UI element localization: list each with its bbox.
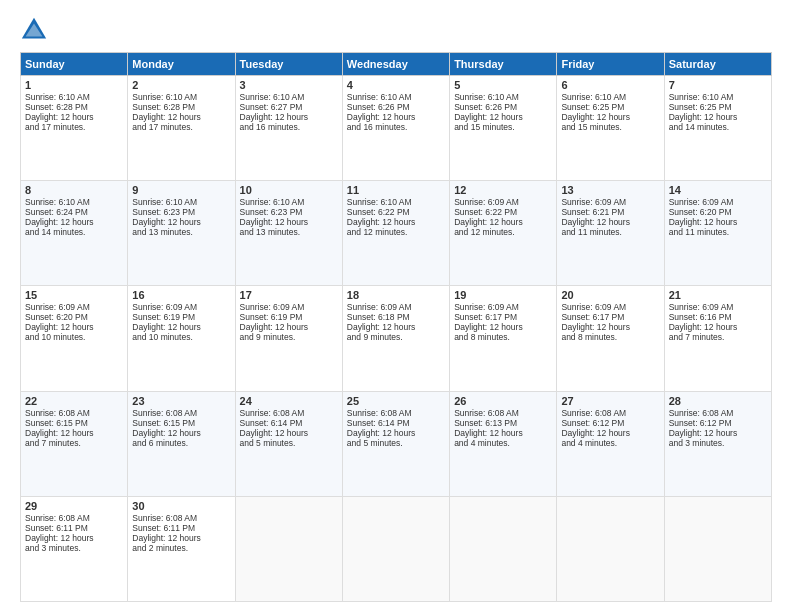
day-info: Daylight: 12 hours bbox=[561, 322, 659, 332]
day-info: Sunset: 6:24 PM bbox=[25, 207, 123, 217]
day-info: Sunrise: 6:09 AM bbox=[454, 197, 552, 207]
day-number: 1 bbox=[25, 79, 123, 91]
day-info: and 14 minutes. bbox=[669, 122, 767, 132]
day-info: Daylight: 12 hours bbox=[347, 112, 445, 122]
day-info: Sunset: 6:14 PM bbox=[347, 418, 445, 428]
day-info: Sunset: 6:25 PM bbox=[669, 102, 767, 112]
col-wednesday: Wednesday bbox=[342, 53, 449, 76]
day-info: Sunrise: 6:09 AM bbox=[347, 302, 445, 312]
table-row: 25Sunrise: 6:08 AMSunset: 6:14 PMDayligh… bbox=[342, 391, 449, 496]
day-info: Sunset: 6:15 PM bbox=[132, 418, 230, 428]
day-info: and 11 minutes. bbox=[669, 227, 767, 237]
day-info: Sunrise: 6:09 AM bbox=[561, 302, 659, 312]
day-number: 13 bbox=[561, 184, 659, 196]
logo bbox=[20, 16, 52, 44]
day-info: Sunrise: 6:08 AM bbox=[561, 408, 659, 418]
day-number: 3 bbox=[240, 79, 338, 91]
day-info: and 10 minutes. bbox=[132, 332, 230, 342]
col-monday: Monday bbox=[128, 53, 235, 76]
day-number: 30 bbox=[132, 500, 230, 512]
day-info: Sunrise: 6:08 AM bbox=[347, 408, 445, 418]
day-info: Sunrise: 6:10 AM bbox=[347, 92, 445, 102]
day-info: Sunset: 6:28 PM bbox=[132, 102, 230, 112]
table-row: 30Sunrise: 6:08 AMSunset: 6:11 PMDayligh… bbox=[128, 496, 235, 601]
day-info: Sunrise: 6:09 AM bbox=[454, 302, 552, 312]
day-info: Sunrise: 6:10 AM bbox=[454, 92, 552, 102]
day-info: Daylight: 12 hours bbox=[669, 428, 767, 438]
day-info: and 13 minutes. bbox=[132, 227, 230, 237]
day-info: and 3 minutes. bbox=[25, 543, 123, 553]
table-row: 27Sunrise: 6:08 AMSunset: 6:12 PMDayligh… bbox=[557, 391, 664, 496]
calendar-row: 22Sunrise: 6:08 AMSunset: 6:15 PMDayligh… bbox=[21, 391, 772, 496]
day-info: and 5 minutes. bbox=[347, 438, 445, 448]
day-info: Sunset: 6:19 PM bbox=[132, 312, 230, 322]
day-info: Daylight: 12 hours bbox=[25, 112, 123, 122]
day-info: Sunset: 6:11 PM bbox=[25, 523, 123, 533]
day-number: 15 bbox=[25, 289, 123, 301]
day-info: Daylight: 12 hours bbox=[132, 112, 230, 122]
day-info: Sunrise: 6:09 AM bbox=[669, 197, 767, 207]
day-info: Sunset: 6:12 PM bbox=[561, 418, 659, 428]
day-number: 6 bbox=[561, 79, 659, 91]
day-info: and 17 minutes. bbox=[25, 122, 123, 132]
day-number: 14 bbox=[669, 184, 767, 196]
day-info: Daylight: 12 hours bbox=[132, 533, 230, 543]
day-info: and 12 minutes. bbox=[454, 227, 552, 237]
day-info: Sunset: 6:27 PM bbox=[240, 102, 338, 112]
col-thursday: Thursday bbox=[450, 53, 557, 76]
col-sunday: Sunday bbox=[21, 53, 128, 76]
day-info: and 4 minutes. bbox=[561, 438, 659, 448]
day-info: Sunrise: 6:10 AM bbox=[132, 197, 230, 207]
day-info: Sunrise: 6:09 AM bbox=[240, 302, 338, 312]
table-row: 28Sunrise: 6:08 AMSunset: 6:12 PMDayligh… bbox=[664, 391, 771, 496]
day-info: Daylight: 12 hours bbox=[669, 322, 767, 332]
day-info: Sunrise: 6:08 AM bbox=[454, 408, 552, 418]
day-number: 4 bbox=[347, 79, 445, 91]
day-number: 10 bbox=[240, 184, 338, 196]
day-info: Sunrise: 6:10 AM bbox=[25, 92, 123, 102]
logo-icon bbox=[20, 16, 48, 44]
day-number: 26 bbox=[454, 395, 552, 407]
day-info: and 3 minutes. bbox=[669, 438, 767, 448]
day-number: 22 bbox=[25, 395, 123, 407]
day-number: 19 bbox=[454, 289, 552, 301]
day-info: Sunrise: 6:08 AM bbox=[25, 408, 123, 418]
table-row: 11Sunrise: 6:10 AMSunset: 6:22 PMDayligh… bbox=[342, 181, 449, 286]
table-row: 9Sunrise: 6:10 AMSunset: 6:23 PMDaylight… bbox=[128, 181, 235, 286]
table-row bbox=[450, 496, 557, 601]
table-row: 21Sunrise: 6:09 AMSunset: 6:16 PMDayligh… bbox=[664, 286, 771, 391]
day-info: and 9 minutes. bbox=[347, 332, 445, 342]
table-row: 3Sunrise: 6:10 AMSunset: 6:27 PMDaylight… bbox=[235, 76, 342, 181]
day-info: and 16 minutes. bbox=[347, 122, 445, 132]
day-number: 5 bbox=[454, 79, 552, 91]
day-info: Daylight: 12 hours bbox=[561, 428, 659, 438]
table-row: 1Sunrise: 6:10 AMSunset: 6:28 PMDaylight… bbox=[21, 76, 128, 181]
day-number: 16 bbox=[132, 289, 230, 301]
day-info: Sunset: 6:22 PM bbox=[347, 207, 445, 217]
table-row: 13Sunrise: 6:09 AMSunset: 6:21 PMDayligh… bbox=[557, 181, 664, 286]
table-row bbox=[664, 496, 771, 601]
day-info: and 11 minutes. bbox=[561, 227, 659, 237]
table-row: 19Sunrise: 6:09 AMSunset: 6:17 PMDayligh… bbox=[450, 286, 557, 391]
day-info: Daylight: 12 hours bbox=[25, 322, 123, 332]
header-row: Sunday Monday Tuesday Wednesday Thursday… bbox=[21, 53, 772, 76]
day-info: Sunrise: 6:10 AM bbox=[132, 92, 230, 102]
day-info: and 15 minutes. bbox=[454, 122, 552, 132]
day-info: Sunrise: 6:08 AM bbox=[132, 408, 230, 418]
day-info: Sunset: 6:19 PM bbox=[240, 312, 338, 322]
day-number: 9 bbox=[132, 184, 230, 196]
day-info: Daylight: 12 hours bbox=[132, 428, 230, 438]
table-row: 15Sunrise: 6:09 AMSunset: 6:20 PMDayligh… bbox=[21, 286, 128, 391]
day-info: Daylight: 12 hours bbox=[25, 217, 123, 227]
day-info: and 7 minutes. bbox=[669, 332, 767, 342]
day-info: Daylight: 12 hours bbox=[347, 322, 445, 332]
day-number: 28 bbox=[669, 395, 767, 407]
day-info: Sunrise: 6:09 AM bbox=[25, 302, 123, 312]
table-row: 20Sunrise: 6:09 AMSunset: 6:17 PMDayligh… bbox=[557, 286, 664, 391]
day-info: Sunrise: 6:08 AM bbox=[669, 408, 767, 418]
day-info: Sunrise: 6:10 AM bbox=[561, 92, 659, 102]
day-info: Sunset: 6:28 PM bbox=[25, 102, 123, 112]
table-row: 12Sunrise: 6:09 AMSunset: 6:22 PMDayligh… bbox=[450, 181, 557, 286]
day-number: 12 bbox=[454, 184, 552, 196]
day-info: Daylight: 12 hours bbox=[132, 322, 230, 332]
